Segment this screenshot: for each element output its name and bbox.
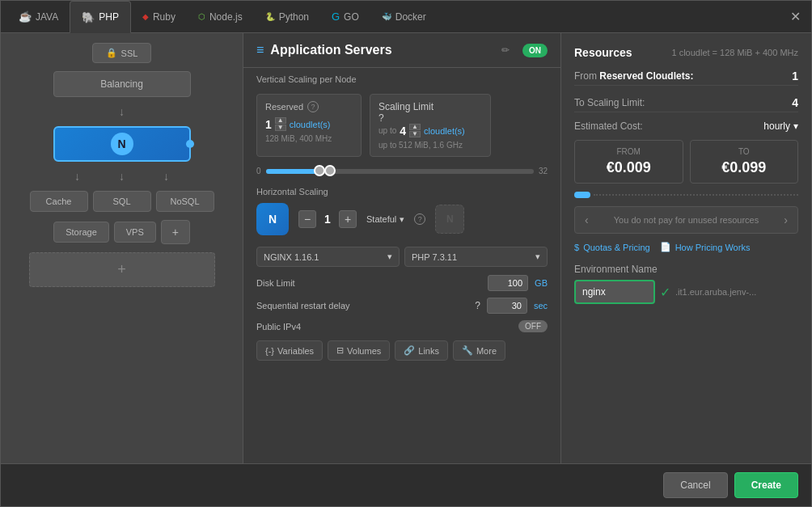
links-button[interactable]: 🔗 Links	[395, 340, 448, 361]
modal-container: ☕ JAVA 🐘 PHP ◆ Ruby ⬡ Node.js 🐍 Python G…	[0, 0, 812, 507]
variables-icon: {-}	[265, 346, 274, 356]
restart-info-icon[interactable]: ?	[475, 300, 480, 311]
tab-go-label: GO	[344, 11, 359, 23]
nosql-button[interactable]: NoSQL	[156, 191, 214, 212]
slider-handle-reserved[interactable]	[314, 165, 325, 176]
slider-track[interactable]	[266, 169, 534, 174]
ssl-label: SSL	[121, 49, 138, 58]
tab-python-label: Python	[279, 11, 309, 23]
resources-header: Resources 1 cloudlet = 128 MiB + 400 MHz	[574, 46, 798, 59]
estimated-chevron-icon: ▾	[793, 120, 798, 132]
reserved-cloudlet-row: 1 ▲ ▼ cloudlet(s)	[265, 117, 353, 131]
add-large-button[interactable]: +	[29, 252, 215, 287]
quotas-pricing-link[interactable]: $ Quotas & Pricing	[574, 243, 650, 252]
scaling-limit-cloudlet-row: up to 4 ▲ ▼ cloudlet(s)	[379, 124, 482, 137]
how-pricing-link[interactable]: 📄 How Pricing Works	[660, 242, 751, 252]
close-button[interactable]: ✕	[787, 9, 803, 25]
nginx-icon-small: N	[256, 203, 289, 235]
more-button[interactable]: 🔧 More	[453, 340, 505, 361]
from-reserved-value: 1	[792, 70, 798, 82]
scaling-limit-info-icon[interactable]: ?	[379, 112, 482, 124]
right-nav-btn[interactable]: ›	[784, 213, 788, 226]
arrow-down-icon: ↓	[119, 105, 125, 118]
public-ipv4-toggle[interactable]: OFF	[518, 320, 548, 332]
scaling-limit-box: Scaling Limit ? up to 4 ▲ ▼ cloudlet(s) …	[370, 94, 491, 157]
vps-button[interactable]: VPS	[114, 222, 156, 243]
toggle-switch[interactable]: ON	[522, 44, 548, 57]
nginx-version-label: NGINX 1.16.1	[264, 252, 319, 262]
cancel-button[interactable]: Cancel	[663, 472, 727, 498]
nginx-chevron-icon: ▾	[387, 251, 392, 262]
ssl-button[interactable]: 🔒 SSL	[92, 43, 152, 63]
variables-label: Variables	[277, 346, 314, 356]
tab-python[interactable]: 🐍 Python	[254, 1, 320, 33]
php-chevron-icon: ▾	[535, 251, 540, 262]
tab-bar: ☕ JAVA 🐘 PHP ◆ Ruby ⬡ Node.js 🐍 Python G…	[1, 1, 811, 33]
storage-button[interactable]: Storage	[53, 222, 109, 243]
add-component-button[interactable]: +	[161, 220, 190, 244]
restart-delay-unit: sec	[534, 301, 548, 311]
restart-delay-input[interactable]	[487, 298, 527, 314]
from-cost-amount: €0.009	[582, 159, 676, 176]
env-name-input[interactable]	[574, 280, 655, 304]
estimated-cost-dropdown[interactable]: hourly ▾	[763, 120, 798, 132]
left-nav-btn[interactable]: ‹	[585, 213, 589, 226]
create-button[interactable]: Create	[734, 472, 798, 498]
estimated-cost-label: Estimated Cost:	[574, 120, 643, 132]
reserved-stepper[interactable]: ▲ ▼	[275, 117, 286, 131]
storage-label: Storage	[66, 227, 97, 237]
reserved-down-btn[interactable]: ▼	[275, 125, 286, 131]
cache-label: Cache	[46, 196, 72, 206]
reserved-info-icon[interactable]: ?	[307, 101, 319, 112]
quotas-icon: $	[574, 243, 579, 252]
reserved-title: Reserved	[265, 102, 303, 112]
tab-nodejs[interactable]: ⬡ Node.js	[187, 1, 254, 33]
php-version-dropdown[interactable]: PHP 7.3.11 ▾	[404, 247, 548, 267]
tab-go[interactable]: G GO	[320, 1, 370, 33]
node-count-value: 1	[319, 213, 336, 226]
stateful-info-icon[interactable]: ?	[414, 213, 425, 225]
toggle-on-label[interactable]: ON	[522, 44, 548, 57]
disk-limit-input[interactable]	[488, 275, 528, 291]
disk-limit-unit: GB	[535, 278, 548, 288]
stateful-chevron: ▾	[400, 214, 404, 225]
slider-handle-limit[interactable]	[324, 165, 336, 176]
nginx-node[interactable]: N	[53, 126, 191, 162]
more-label: More	[476, 346, 497, 356]
scaling-limit-mhz: up to 512 MiB, 1.6 GHz	[379, 141, 482, 150]
increase-node-btn[interactable]: +	[339, 210, 357, 228]
tab-nodejs-label: Node.js	[209, 11, 243, 23]
tab-ruby[interactable]: ◆ Ruby	[131, 1, 187, 33]
cache-button[interactable]: Cache	[30, 191, 88, 212]
tab-docker[interactable]: 🐳 Docker	[370, 1, 438, 33]
go-icon: G	[332, 11, 340, 23]
volumes-button[interactable]: ⊟ Volumes	[328, 340, 390, 361]
scaling-limit-stepper[interactable]: ▲ ▼	[409, 124, 421, 137]
nginx-version-dropdown[interactable]: NGINX 1.16.1 ▾	[256, 247, 400, 267]
stateful-dropdown[interactable]: Stateful ▾	[366, 214, 404, 225]
java-icon: ☕	[19, 11, 32, 23]
public-ipv4-row: Public IPv4 OFF	[243, 317, 560, 336]
tab-php[interactable]: 🐘 PHP	[70, 1, 131, 33]
slider-dots	[594, 194, 798, 196]
resources-info: 1 cloudlet = 128 MiB + 400 MHz	[671, 48, 798, 57]
slider-max-label: 32	[539, 167, 548, 175]
nginx-n-label: N	[269, 213, 277, 226]
variables-button[interactable]: {-} Variables	[256, 340, 323, 361]
document-icon: 📄	[660, 242, 671, 252]
balancing-button[interactable]: Balancing	[53, 71, 191, 97]
arrows-row: ↓ ↓ ↓	[74, 170, 169, 183]
scaling-limit-up-btn[interactable]: ▲	[409, 124, 421, 130]
sql-button[interactable]: SQL	[93, 191, 151, 212]
reserved-up-btn[interactable]: ▲	[275, 117, 286, 124]
restart-delay-row: Sequential restart delay ? sec	[243, 294, 560, 317]
restart-delay-label: Sequential restart delay	[256, 301, 468, 311]
php-icon: 🐘	[82, 11, 95, 23]
storage-row: Storage VPS +	[53, 220, 190, 244]
tab-java[interactable]: ☕ JAVA	[7, 1, 70, 33]
right-panel: Resources 1 cloudlet = 128 MiB + 400 MHz…	[560, 33, 811, 463]
scaling-limit-down-btn[interactable]: ▼	[409, 131, 421, 137]
decrease-node-btn[interactable]: −	[298, 210, 316, 228]
reserved-box: Reserved ? 1 ▲ ▼ cloudlet(s) 128 MiB, 40…	[256, 94, 362, 157]
reserved-mhz: 128 MiB, 400 MHz	[265, 134, 353, 143]
